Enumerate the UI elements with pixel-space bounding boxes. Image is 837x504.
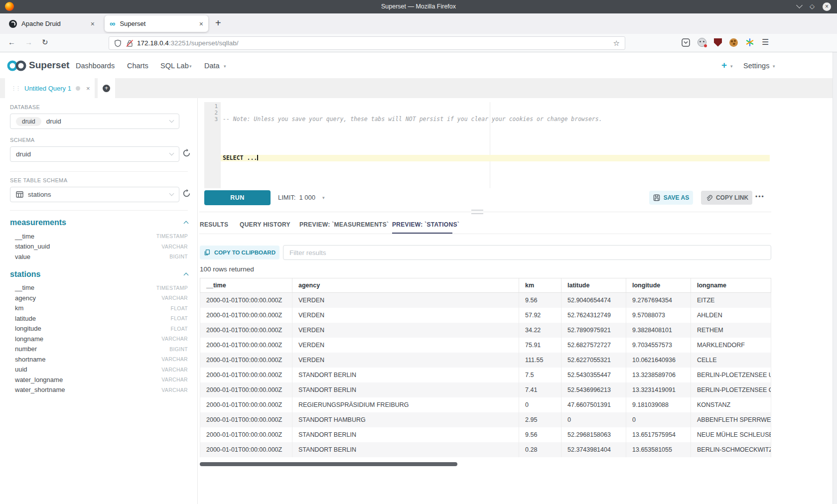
window-close-icon[interactable]: × (823, 2, 831, 11)
privacy-mask-extension-icon[interactable] (698, 38, 706, 47)
tab-close-icon[interactable]: × (91, 20, 95, 27)
column-name: value (15, 253, 30, 260)
ublock-shield-extension-icon[interactable] (714, 38, 722, 47)
nav-item-dashboards[interactable]: Dashboards (76, 62, 115, 70)
column-type: BIGINT (169, 253, 188, 259)
tab-close-icon[interactable]: × (199, 20, 203, 27)
copy-link-button[interactable]: COPY LINK (701, 191, 752, 205)
column-header-longitude[interactable]: longitude (626, 278, 691, 292)
table-cell: 2000-01-01T00:00:00.000Z (200, 308, 292, 323)
query-tab-untitled-query-1[interactable]: ⋮⋮ Untitled Query 1 × (5, 78, 95, 98)
editor-code-text: SELECT ... (223, 154, 257, 161)
nav-item-data[interactable]: Data (204, 62, 220, 70)
column-header-agency[interactable]: agency (292, 278, 519, 292)
brand-name[interactable]: Superset (29, 60, 69, 71)
window-maximize-icon[interactable]: ◇ (810, 2, 815, 11)
chevron-up-icon[interactable] (184, 272, 189, 277)
table-cell: 7.41 (519, 382, 561, 397)
back-button[interactable]: ← (8, 38, 15, 46)
table-cell: AHLDEN (691, 308, 771, 323)
table-cell: 2000-01-01T00:00:00.000Z (200, 293, 292, 308)
refresh-tables-icon[interactable] (182, 189, 193, 200)
pocket-extension-icon[interactable] (682, 38, 690, 47)
table-cell: KONSTANZ (691, 397, 771, 412)
column-header-longname[interactable]: longname (691, 278, 771, 292)
table-cell: 52.3743981404 (561, 442, 626, 457)
schema-value: druid (16, 150, 31, 158)
more-actions-button[interactable]: ••• (755, 193, 765, 200)
page-scrollbar-track[interactable] (833, 52, 837, 504)
schema-table-header[interactable]: stations (10, 269, 188, 280)
limit-dropdown[interactable]: LIMIT: 1 000 ▾ (278, 194, 324, 201)
column-name: longname (15, 335, 43, 343)
editor-content[interactable]: -- Note: Unless you save your query, the… (221, 103, 770, 174)
horizontal-scrollbar-thumb[interactable] (200, 462, 457, 466)
table-name: measurements (10, 218, 66, 227)
table-cell: 13.3238589706 (626, 368, 691, 382)
insecure-lock-icon[interactable] (126, 39, 134, 47)
table-cell: 13.653581055 (626, 442, 691, 457)
chevron-up-icon[interactable] (184, 221, 189, 226)
query-tab-close-icon[interactable]: × (86, 85, 90, 92)
sparkle-extension-icon[interactable] (745, 38, 754, 47)
table-cell: 52.7624312749 (561, 308, 626, 323)
nav-item-charts[interactable]: Charts (127, 62, 148, 70)
column-name: latitude (15, 315, 36, 322)
forward-button[interactable]: → (25, 38, 32, 46)
save-as-button[interactable]: SAVE AS (649, 191, 693, 205)
table-cell: 111.55 (519, 353, 561, 368)
table-cell: 52.9040654474 (561, 293, 626, 308)
copy-to-clipboard-button[interactable]: COPY TO CLIPBOARD (200, 246, 279, 259)
address-bar[interactable]: 172.18.0.4:32251/superset/sqllab/ ☆ (109, 36, 625, 50)
schema-select[interactable]: druid (10, 146, 179, 162)
tab-query-history[interactable]: QUERY HISTORY (240, 221, 290, 228)
tabs-divider (199, 234, 771, 234)
cookie-extension-icon[interactable] (729, 38, 738, 47)
chevron-down-icon: ▾ (730, 64, 733, 69)
pane-splitter[interactable] (199, 212, 771, 212)
tracking-shield-icon[interactable] (114, 39, 122, 47)
table-cell: 2000-01-01T00:00:00.000Z (200, 353, 292, 368)
table-cell: BERLIN-PLOETZENSEE UP (691, 368, 771, 382)
bookmark-star-icon[interactable]: ☆ (613, 39, 620, 48)
drag-handle-icon[interactable]: ⋮⋮ (11, 85, 20, 92)
tab-results[interactable]: RESULTS (200, 221, 228, 228)
new-query-tab-button[interactable]: + (98, 78, 115, 98)
browser-tab-superset[interactable]: ∞ Superset × (105, 15, 208, 32)
splitter-grip-icon[interactable] (471, 210, 483, 214)
menu-icon[interactable]: ☰ (762, 38, 769, 46)
superset-logo-icon[interactable] (7, 59, 27, 72)
chevron-down-icon: ▾ (189, 64, 192, 69)
browser-tab-title: Superset (120, 20, 145, 27)
database-select[interactable]: druid druid (10, 114, 179, 129)
add-new-button[interactable]: + (721, 60, 727, 71)
window-titlebar: Superset — Mozilla Firefox ◇ × (0, 0, 837, 13)
column-header-__time[interactable]: __time (200, 278, 292, 292)
nav-item-sql-lab[interactable]: SQL Lab (160, 62, 189, 70)
table-cell: STANDORT BERLIN (292, 382, 519, 397)
refresh-schemas-icon[interactable] (182, 148, 193, 159)
column-name: agency (15, 294, 36, 302)
new-tab-button[interactable]: + (215, 18, 221, 28)
table-cell: MARKLENDORF (691, 338, 771, 353)
filter-results-input[interactable] (283, 245, 771, 260)
table-schema-select[interactable]: stations (10, 187, 179, 202)
schema-table-header[interactable]: measurements (10, 217, 188, 228)
tab-preview-stations[interactable]: PREVIEW: `STATIONS` (392, 221, 459, 228)
column-header-latitude[interactable]: latitude (561, 278, 626, 292)
tab-preview-measurements[interactable]: PREVIEW: `MEASUREMENTS` (299, 221, 389, 228)
reload-button[interactable]: ↻ (42, 38, 48, 47)
table-cell: 10.0621640936 (626, 353, 691, 368)
sql-editor[interactable]: 1 2 3 -- Note: Unless you save your quer… (204, 102, 770, 188)
chevron-down-icon (169, 151, 174, 156)
paperclip-icon (705, 194, 712, 202)
settings-menu[interactable]: Settings (743, 62, 769, 70)
screen: Superset — Mozilla Firefox ◇ × Apache Dr… (0, 0, 837, 504)
browser-tabstrip: Apache Druid × ∞ Superset × + (0, 13, 837, 34)
run-button[interactable]: RUN (204, 190, 271, 205)
table-cell: 2000-01-01T00:00:00.000Z (200, 323, 292, 338)
limit-value: 1 000 (299, 194, 315, 201)
browser-tab-apache-druid[interactable]: Apache Druid × (4, 15, 100, 32)
window-minimize-icon[interactable] (796, 2, 803, 8)
column-header-km[interactable]: km (519, 278, 561, 292)
